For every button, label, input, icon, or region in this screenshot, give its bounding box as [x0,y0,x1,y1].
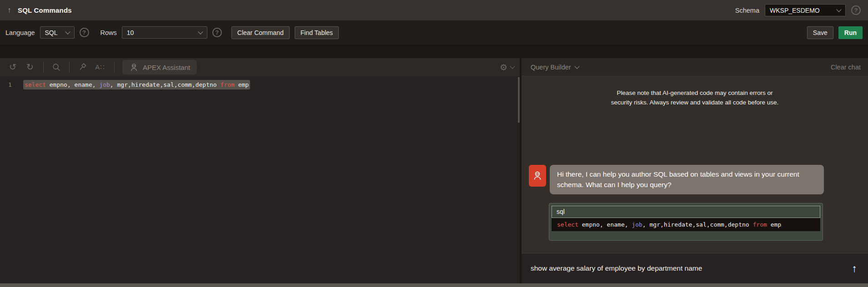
ai-disclaimer-line2: security risks. Always review and valida… [522,98,868,107]
editor-pane: ↺ ↻ A∷ APEX Assista [0,58,520,283]
line-number: 1 [0,80,20,90]
code-line[interactable]: select empno, ename, job, mgr,hiredate,s… [23,80,250,90]
workspace: ↺ ↻ A∷ APEX Assista [0,45,868,283]
schema-label: Schema [735,7,759,14]
sql-keyword: from [221,81,235,88]
sql-identifier: job [99,81,110,88]
chevron-down-icon [198,29,203,34]
assistant-message-row: Hi there, I can help you author SQL base… [529,165,824,194]
language-label: Language [5,29,35,36]
redo-icon[interactable]: ↻ [23,60,37,74]
chat-input[interactable]: show average salary of employee by depar… [522,253,868,283]
help-icon[interactable]: ? [851,5,861,15]
query-builder-dropdown[interactable]: Query Builder [531,64,579,71]
editor-settings-menu[interactable]: ⚙ [500,62,514,73]
undo-icon[interactable]: ↺ [5,60,20,74]
chevron-down-icon [574,64,579,69]
page-title: SQL Commands [18,6,72,14]
code-card-language-label: sql [552,206,820,218]
chat-area: Please note that AI-generated code may c… [522,76,868,253]
chevron-down-icon [836,7,841,12]
sql-text: , mgr,hiredate,sal,comm,deptno [642,221,753,228]
horizontal-scrollbar[interactable] [0,283,868,287]
top-bar: ↑ SQL Commands Schema WKSP_ESDEMO ? [0,0,868,20]
sql-keyword: select [25,81,46,88]
toolbar-separator [43,61,44,73]
language-help-icon[interactable]: ? [80,28,89,37]
language-select[interactable]: SQL [40,26,75,39]
assistant-header: Query Builder Clear chat [522,58,868,76]
assistant-code-card: sql select empno, ename, job, mgr,hireda… [549,203,823,241]
chat-input-value: show average salary of employee by depar… [531,264,852,272]
sql-identifier: job [632,221,642,228]
clear-chat-button[interactable]: Clear chat [831,64,861,71]
assistant-message-bubble: Hi there, I can help you author SQL base… [550,165,824,194]
send-icon[interactable]: ↑ [852,263,858,274]
code-editor[interactable]: 1 select empno, ename, job, mgr,hiredate… [0,76,520,283]
chevron-down-icon [510,64,515,69]
ai-disclaimer-line1: Please note that AI-generated code may c… [522,88,868,98]
sql-keyword: select [557,221,578,228]
back-arrow-icon[interactable]: ↑ [7,5,11,15]
sql-text: , mgr,hiredate,sal,comm,deptno [110,81,221,88]
toolbar-separator [114,61,115,73]
rows-select[interactable]: 10 [122,26,207,39]
assistant-robot-icon [532,170,543,181]
editor-toolbar: ↺ ↻ A∷ APEX Assista [0,58,520,76]
run-button[interactable]: Run [838,26,863,39]
sql-text: empno, ename, [578,221,632,228]
language-select-value: SQL [45,29,58,36]
toolbar-separator [69,61,70,73]
ai-disclaimer: Please note that AI-generated code may c… [522,88,868,107]
apex-assistant-button[interactable]: APEX Assistant [122,60,197,74]
format-hammer-icon[interactable] [75,60,89,74]
assistant-robot-icon [129,63,139,72]
top-bar-right: Schema WKSP_ESDEMO ? [735,4,861,16]
save-button[interactable]: Save [807,26,833,39]
gear-icon: ⚙ [500,62,507,73]
autocomplete-case-icon[interactable]: A∷ [92,63,108,71]
sql-commands-app: ↑ SQL Commands Schema WKSP_ESDEMO ? Lang… [0,0,868,287]
editor-vertical-scrollbar[interactable] [518,77,520,123]
query-builder-label: Query Builder [531,64,571,71]
rows-help-icon[interactable]: ? [212,28,222,37]
search-icon[interactable] [50,60,63,74]
chevron-down-icon [65,29,70,34]
find-tables-button[interactable]: Find Tables [295,26,339,39]
schema-select[interactable]: WKSP_ESDEMO [765,4,846,16]
sql-text: emp [767,221,781,228]
rows-select-value: 10 [127,29,134,36]
command-toolbar: Language SQL ? Rows 10 ? Clear Command F… [0,20,868,45]
sql-text: empno, ename, [46,81,99,88]
selection-highlight: select empno, ename, job, mgr,hiredate,s… [23,80,250,89]
assistant-pane: Query Builder Clear chat Please note tha… [522,58,868,283]
clear-command-button[interactable]: Clear Command [231,26,290,39]
apex-assistant-label: APEX Assistant [143,64,190,71]
code-card-sql: select empno, ename, job, mgr,hiredate,s… [552,218,820,231]
rows-label: Rows [100,29,117,36]
assistant-avatar [529,165,546,187]
schema-select-value: WKSP_ESDEMO [770,7,820,14]
sql-keyword: from [753,221,767,228]
sql-text: emp [235,81,249,88]
